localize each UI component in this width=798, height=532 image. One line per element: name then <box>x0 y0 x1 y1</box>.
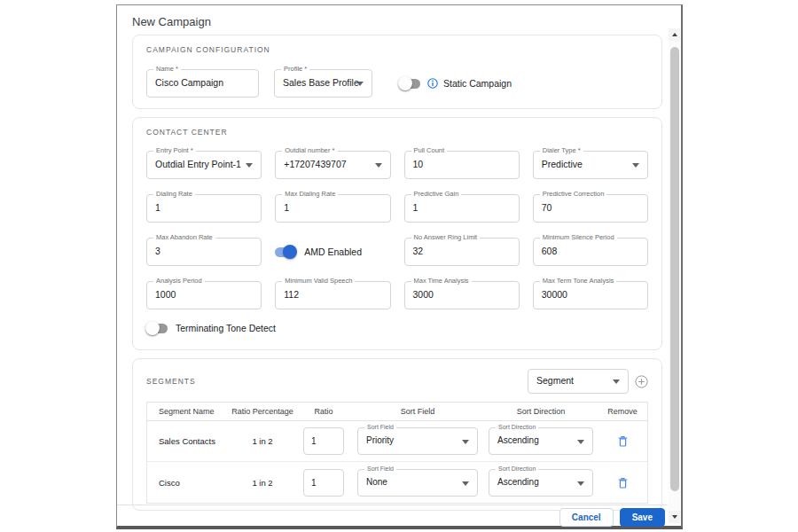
segments-table-header: Segment Name Ratio Percentage Ratio Sort… <box>147 403 647 421</box>
sort-field-select[interactable]: Sort Field None <box>357 469 478 497</box>
dialog-title: New Campaign <box>132 15 211 28</box>
segments-section: SEGMENTS Segment <box>132 358 662 511</box>
analysis-period-field[interactable]: Analysis Period 1000 <box>146 281 262 309</box>
sort-field-label: Sort Field <box>364 423 396 432</box>
max-dialing-rate-value: 1 <box>276 195 389 221</box>
minimum-silence-period-label: Minimum Silence Period <box>540 233 617 242</box>
sort-direction-select[interactable]: Sort Direction Ascending <box>489 427 593 455</box>
minimum-valid-speech-field[interactable]: Minimum Valid Speech 112 <box>275 281 390 309</box>
minimum-valid-speech-label: Minimum Valid Speech <box>282 277 355 286</box>
sort-field-value: None <box>358 470 477 495</box>
analysis-period-value: 1000 <box>147 282 261 308</box>
scrollbar-down-arrow[interactable] <box>669 511 680 523</box>
amd-enabled-label: AMD Enabled <box>304 246 362 257</box>
sort-field-select[interactable]: Sort Field Priority <box>357 427 478 455</box>
column-header-remove: Remove <box>598 407 647 416</box>
contact-center-section: CONTACT CENTER Entry Point * Outdial Ent… <box>132 117 662 350</box>
segment-select[interactable]: Segment <box>528 369 629 394</box>
minimum-silence-period-value: 608 <box>534 239 647 264</box>
predictive-correction-field[interactable]: Predictive Correction 70 <box>533 194 648 223</box>
sort-direction-label: Sort Direction <box>496 465 538 473</box>
dialing-rate-value: 1 <box>147 195 261 221</box>
entry-point-label: Entry Point * <box>153 146 196 155</box>
section-title-campaign-configuration: CAMPAIGN CONFIGURATION <box>146 45 648 54</box>
trash-icon <box>618 435 628 447</box>
sort-field-value: Priority <box>358 428 477 453</box>
max-abandon-rate-label: Max Abandon Rate <box>153 233 215 242</box>
segments-table: Segment Name Ratio Percentage Ratio Sort… <box>146 402 648 504</box>
sort-direction-label: Sort Direction <box>496 423 538 432</box>
dialer-type-select[interactable]: Dialer Type * Predictive <box>533 151 648 179</box>
sort-direction-select[interactable]: Sort Direction Ascending <box>489 469 593 497</box>
max-time-analysis-label: Max Time Analysis <box>411 277 472 286</box>
new-campaign-dialog: New Campaign CAMPAIGN CONFIGURATION Name… <box>116 4 683 529</box>
ratio-input[interactable] <box>303 427 344 455</box>
max-term-tone-analysis-label: Max Term Tone Analysis <box>540 277 617 286</box>
predictive-gain-value: 1 <box>405 195 519 221</box>
scrollbar[interactable] <box>669 28 680 523</box>
static-campaign-toggle[interactable] <box>399 79 420 89</box>
outdial-number-label: Outdial number * <box>282 146 337 155</box>
dialing-rate-field[interactable]: Dialing Rate 1 <box>146 194 262 223</box>
sort-field-label: Sort Field <box>364 465 396 473</box>
profile-select[interactable]: Profile * Sales Base Profile <box>274 69 372 98</box>
predictive-correction-label: Predictive Correction <box>540 190 607 199</box>
campaign-name-value: Cisco Campaign <box>147 70 258 96</box>
ratio-input[interactable] <box>303 469 344 497</box>
save-button[interactable]: Save <box>620 508 665 527</box>
column-header-ratio-percentage: Ratio Percentage <box>229 407 296 416</box>
remove-segment-button[interactable] <box>616 475 630 490</box>
terminating-tone-detect-label: Terminating Tone Detect <box>176 323 276 333</box>
minimum-silence-period-field[interactable]: Minimum Silence Period 608 <box>533 238 648 266</box>
add-segment-icon[interactable] <box>635 375 648 388</box>
max-term-tone-analysis-field[interactable]: Max Term Tone Analysis 30000 <box>533 281 648 309</box>
segment-name: Sales Contacts <box>147 436 229 446</box>
no-answer-ring-limit-field[interactable]: No Answer Ring Limit 32 <box>404 238 520 266</box>
segment-select-value: Segment <box>528 370 628 392</box>
dialer-type-value: Predictive <box>534 152 647 177</box>
pull-count-value: 10 <box>405 152 519 177</box>
section-title-contact-center: CONTACT CENTER <box>146 128 648 137</box>
column-header-ratio: Ratio <box>296 407 351 416</box>
scrollbar-thumb[interactable] <box>670 47 679 491</box>
max-term-tone-analysis-value: 30000 <box>534 282 647 308</box>
max-abandon-rate-value: 3 <box>147 239 261 264</box>
entry-point-select[interactable]: Entry Point * Outdial Entry Point-1 <box>146 151 262 179</box>
column-header-sort-direction: Sort Direction <box>484 407 598 416</box>
ratio-percentage: 1 in 2 <box>229 478 296 488</box>
pull-count-label: Pull Count <box>411 146 448 155</box>
info-icon <box>427 78 438 89</box>
minimum-valid-speech-value: 112 <box>276 282 389 308</box>
profile-value: Sales Base Profile <box>275 70 372 96</box>
outdial-number-select[interactable]: Outdial number * +17207439707 <box>275 151 390 179</box>
outdial-number-value: +17207439707 <box>276 152 389 177</box>
dialog-footer: Cancel Save <box>117 505 668 526</box>
campaign-configuration-section: CAMPAIGN CONFIGURATION Name * Cisco Camp… <box>132 35 662 109</box>
max-dialing-rate-label: Max Dialing Rate <box>282 190 338 199</box>
pull-count-field[interactable]: Pull Count 10 <box>404 151 520 179</box>
no-answer-ring-limit-value: 32 <box>405 239 519 264</box>
column-header-segment-name: Segment Name <box>147 407 229 416</box>
sort-direction-value: Ascending <box>489 470 592 495</box>
predictive-correction-value: 70 <box>534 195 647 221</box>
dialog-content: CAMPAIGN CONFIGURATION Name * Cisco Camp… <box>132 35 662 519</box>
up-arrow-icon <box>672 33 677 36</box>
campaign-name-field[interactable]: Name * Cisco Campaign <box>146 69 259 98</box>
max-abandon-rate-field[interactable]: Max Abandon Rate 3 <box>146 238 262 266</box>
no-answer-ring-limit-label: No Answer Ring Limit <box>411 233 481 242</box>
screen: New Campaign CAMPAIGN CONFIGURATION Name… <box>0 0 798 532</box>
predictive-gain-label: Predictive Gain <box>411 190 462 199</box>
scrollbar-up-arrow[interactable] <box>669 28 680 41</box>
down-arrow-icon <box>672 515 677 519</box>
campaign-name-label: Name * <box>153 65 181 74</box>
remove-segment-button[interactable] <box>616 434 630 449</box>
predictive-gain-field[interactable]: Predictive Gain 1 <box>404 194 520 223</box>
max-time-analysis-field[interactable]: Max Time Analysis 3000 <box>404 281 520 309</box>
terminating-tone-detect-toggle[interactable] <box>146 324 168 333</box>
cancel-button[interactable]: Cancel <box>559 508 614 527</box>
segment-name: Cisco <box>147 478 229 488</box>
segment-row-cisco: Cisco 1 in 2 Sort Field None <box>147 462 647 503</box>
amd-enabled-toggle[interactable] <box>275 247 296 257</box>
sort-direction-value: Ascending <box>489 428 592 453</box>
max-dialing-rate-field[interactable]: Max Dialing Rate 1 <box>275 194 390 223</box>
